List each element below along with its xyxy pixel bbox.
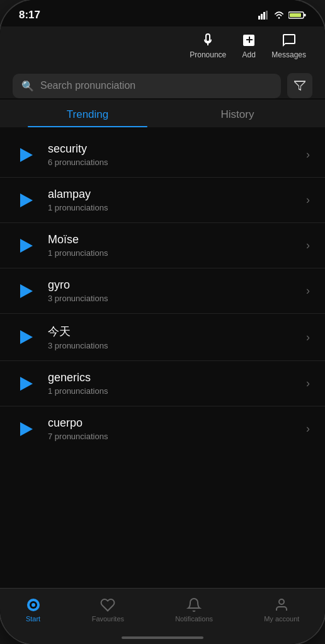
item-text-6: cuerpo 7 pronunciations	[48, 417, 296, 441]
play-triangle-icon	[20, 284, 33, 298]
svg-rect-0	[258, 16, 260, 20]
screen: 8:17	[0, 0, 325, 644]
item-title-4: 今天	[48, 324, 296, 339]
item-text-4: 今天 3 pronunciations	[48, 324, 296, 350]
item-subtitle-4: 3 pronunciations	[48, 341, 296, 350]
status-bar: 8:17	[0, 0, 325, 26]
status-icons	[258, 11, 306, 20]
item-subtitle-1: 1 pronunciations	[48, 203, 296, 212]
item-title-2: Moïse	[48, 233, 296, 246]
list-item[interactable]: 今天 3 pronunciations ›	[0, 314, 325, 361]
chevron-icon-6: ›	[306, 422, 310, 435]
play-button-2[interactable]	[15, 234, 38, 257]
battery-icon	[288, 11, 306, 20]
bottom-nav-start[interactable]: Start	[16, 595, 51, 625]
item-title-6: cuerpo	[48, 417, 296, 430]
play-button-5[interactable]	[15, 372, 38, 395]
filter-icon	[294, 81, 305, 91]
chevron-icon-1: ›	[306, 193, 310, 207]
item-title-5: generics	[48, 371, 296, 384]
chevron-icon-4: ›	[306, 331, 310, 344]
item-subtitle-5: 1 pronunciations	[48, 386, 296, 396]
notifications-label: Notifications	[175, 615, 213, 623]
play-button-6[interactable]	[15, 418, 38, 440]
chevron-icon-2: ›	[306, 239, 310, 252]
item-text-2: Moïse 1 pronunciations	[48, 233, 296, 258]
list-item[interactable]: generics 1 pronunciations ›	[0, 361, 325, 406]
svg-rect-6	[304, 14, 306, 16]
item-text-5: generics 1 pronunciations	[48, 371, 296, 396]
bottom-nav-favourites[interactable]: Favourites	[82, 595, 134, 625]
svg-rect-7	[290, 13, 301, 17]
mic-icon	[200, 33, 215, 48]
pronounce-label: Pronounce	[190, 50, 226, 59]
play-button-1[interactable]	[15, 189, 38, 212]
search-icon: 🔍	[21, 80, 34, 92]
bell-icon	[186, 597, 202, 612]
item-subtitle-3: 3 pronunciations	[48, 294, 296, 303]
svg-point-11	[279, 599, 284, 604]
pronounce-nav-item[interactable]: Pronounce	[190, 33, 226, 59]
item-title-1: alampay	[48, 188, 296, 201]
chevron-icon-0: ›	[306, 148, 310, 161]
account-label: My account	[264, 615, 299, 623]
item-subtitle-2: 1 pronunciations	[48, 248, 296, 258]
search-bar[interactable]: 🔍 Search pronunciation	[13, 74, 281, 98]
search-placeholder: Search pronunciation	[40, 80, 135, 91]
play-triangle-icon	[20, 377, 33, 391]
svg-rect-1	[261, 14, 263, 20]
svg-rect-2	[263, 12, 265, 20]
list-item[interactable]: cuerpo 7 pronunciations ›	[0, 406, 325, 451]
svg-point-4	[278, 17, 280, 19]
start-label: Start	[26, 615, 40, 623]
item-title-0: security	[48, 142, 296, 156]
start-icon	[26, 597, 41, 612]
bottom-nav-account[interactable]: My account	[254, 595, 309, 625]
list-item[interactable]: Moïse 1 pronunciations ›	[0, 223, 325, 268]
item-title-3: gyro	[48, 279, 296, 292]
play-button-3[interactable]	[15, 280, 38, 302]
tabs-container: Trending History	[0, 100, 325, 127]
svg-point-10	[31, 603, 35, 607]
messages-icon	[282, 33, 297, 48]
heart-icon	[100, 597, 115, 612]
play-triangle-icon	[20, 148, 33, 162]
play-button-4[interactable]	[15, 326, 38, 348]
play-triangle-icon	[20, 422, 33, 436]
account-icon	[274, 597, 289, 612]
item-subtitle-6: 7 pronunciations	[48, 432, 296, 441]
top-nav: Pronounce Add Messages	[0, 26, 325, 67]
list-item[interactable]: security 6 pronunciations ›	[0, 132, 325, 178]
chevron-icon-5: ›	[306, 377, 310, 390]
item-text-0: security 6 pronunciations	[48, 142, 296, 167]
tab-trending[interactable]: Trending	[13, 100, 162, 127]
status-time: 8:17	[19, 9, 40, 21]
chevron-icon-3: ›	[306, 284, 310, 297]
play-triangle-icon	[20, 239, 33, 253]
filter-button[interactable]	[287, 73, 312, 98]
item-text-3: gyro 3 pronunciations	[48, 279, 296, 303]
play-button-0[interactable]	[15, 144, 38, 166]
add-nav-item[interactable]: Add	[241, 33, 256, 59]
messages-label: Messages	[271, 50, 306, 59]
item-subtitle-0: 6 pronunciations	[48, 158, 296, 167]
wifi-icon	[273, 11, 285, 20]
bottom-nav-notifications[interactable]: Notifications	[165, 595, 223, 625]
home-indicator	[122, 636, 203, 639]
play-triangle-icon	[20, 193, 33, 207]
tab-history[interactable]: History	[162, 100, 312, 127]
list-item[interactable]: alampay 1 pronunciations ›	[0, 178, 325, 223]
messages-nav-item[interactable]: Messages	[271, 33, 306, 59]
phone-shell: 8:17	[0, 0, 325, 644]
svg-rect-3	[266, 11, 268, 20]
favourites-label: Favourites	[92, 615, 124, 623]
list-item[interactable]: gyro 3 pronunciations ›	[0, 268, 325, 314]
bottom-nav: Start Favourites Notifications My ac	[0, 588, 325, 644]
add-icon	[241, 33, 256, 48]
play-triangle-icon	[20, 330, 33, 344]
search-bar-container: 🔍 Search pronunciation	[0, 67, 325, 98]
add-label: Add	[242, 50, 256, 59]
signal-icon	[258, 11, 270, 20]
item-text-1: alampay 1 pronunciations	[48, 188, 296, 212]
content-list: security 6 pronunciations › alampay 1 pr…	[0, 127, 325, 588]
